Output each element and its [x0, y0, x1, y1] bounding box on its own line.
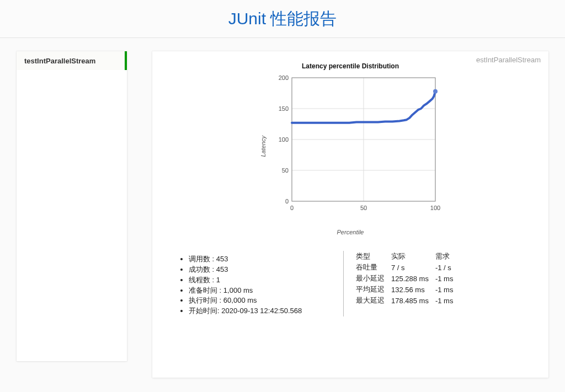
stat-left-label: 线程数 :	[189, 276, 216, 284]
svg-text:150: 150	[279, 105, 289, 112]
stats-left: 调用数 : 453成功数 : 453线程数 : 1准备时间 : 1,000 ms…	[161, 251, 343, 316]
stat-left-label: 调用数 :	[189, 255, 216, 263]
stat-right-cell: 125.288 ms	[391, 273, 435, 284]
stat-right-header: 需求	[435, 251, 460, 262]
stat-right-cell: 132.56 ms	[391, 284, 435, 295]
stat-left-item: 线程数 : 1	[189, 275, 343, 286]
stat-right-cell: 最大延迟	[356, 295, 391, 306]
stat-left-value: 453	[216, 265, 228, 273]
stat-right-cell: 7 / s	[391, 262, 435, 273]
stat-right-cell: -1 ms	[435, 284, 460, 295]
svg-text:100: 100	[430, 205, 440, 211]
chart-title: Latency percentile Distribution	[234, 62, 466, 70]
stats-divider	[343, 251, 344, 316]
chart-plot: 050100150200050100	[270, 74, 441, 218]
title-english: JUnit	[228, 9, 266, 28]
svg-text:50: 50	[282, 167, 289, 174]
svg-text:100: 100	[279, 136, 289, 143]
svg-point-17	[433, 89, 438, 94]
stat-left-value: 1,000 ms	[223, 286, 253, 294]
stat-right-cell: -1 / s	[435, 262, 460, 273]
stat-right-cell: 最小延迟	[356, 273, 391, 284]
stat-left-value: 1	[216, 276, 220, 284]
stat-left-item: 开始时间: 2020-09-13 12:42:50.568	[189, 306, 343, 316]
svg-text:50: 50	[360, 205, 367, 211]
stat-left-value: 2020-09-13 12:42:50.568	[221, 307, 302, 315]
svg-text:0: 0	[285, 198, 289, 205]
stat-right-row: 最小延迟125.288 ms-1 ms	[356, 273, 460, 284]
chart-xlabel: Percentile	[234, 229, 466, 235]
stat-right-row: 吞吐量7 / s-1 / s	[356, 262, 460, 273]
stat-left-item: 调用数 : 453	[189, 254, 343, 265]
stat-left-item: 准备时间 : 1,000 ms	[189, 286, 343, 296]
stat-right-cell: 吞吐量	[356, 262, 391, 273]
stat-right-cell: -1 ms	[435, 295, 460, 306]
stat-left-label: 成功数 :	[189, 265, 216, 273]
stat-right-row: 平均延迟132.56 ms-1 ms	[356, 284, 460, 295]
title-chinese: 性能报告	[266, 9, 337, 28]
chart: Latency percentile Distribution Latency …	[234, 62, 466, 235]
sidebar-item-test[interactable]: testIntParallelStream	[17, 51, 127, 70]
stat-left-value: 60,000 ms	[223, 296, 257, 304]
report-panel: estIntParallelStream Latency percentile …	[152, 51, 548, 378]
stat-right-header: 实际	[391, 251, 435, 262]
stat-left-label: 执行时间 :	[189, 296, 223, 304]
stats-section: 调用数 : 453成功数 : 453线程数 : 1准备时间 : 1,000 ms…	[161, 251, 540, 316]
stat-right-cell: -1 ms	[435, 273, 460, 284]
stats-right: 类型实际需求吞吐量7 / s-1 / s最小延迟125.288 ms-1 ms平…	[356, 251, 460, 316]
stat-left-item: 成功数 : 453	[189, 265, 343, 275]
sidebar-item-label: testIntParallelStream	[24, 57, 95, 65]
sidebar: testIntParallelStream	[17, 51, 127, 361]
svg-text:0: 0	[290, 205, 294, 211]
stat-right-header: 类型	[356, 251, 391, 262]
page-title: JUnit 性能报告	[0, 0, 565, 38]
stat-right-cell: 178.485 ms	[391, 295, 435, 306]
stat-left-item: 执行时间 : 60,000 ms	[189, 296, 343, 306]
breadcrumb: estIntParallelStream	[476, 56, 541, 64]
stat-left-label: 准备时间 :	[189, 286, 223, 294]
stat-right-cell: 平均延迟	[356, 284, 391, 295]
stat-right-row: 最大延迟178.485 ms-1 ms	[356, 295, 460, 306]
stat-left-value: 453	[216, 255, 228, 263]
svg-text:200: 200	[279, 74, 289, 81]
stat-left-label: 开始时间:	[189, 307, 221, 315]
chart-ylabel: Latency	[260, 136, 266, 157]
